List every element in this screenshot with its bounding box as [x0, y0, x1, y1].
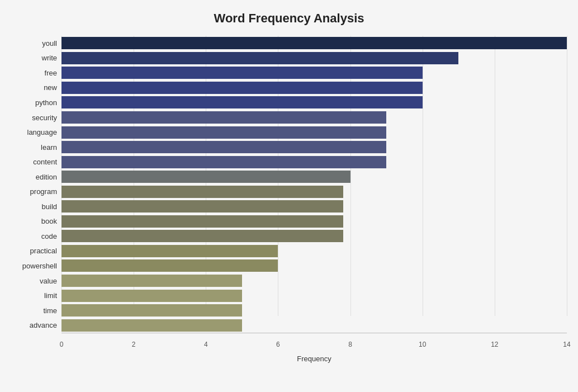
- y-label: time: [11, 303, 61, 318]
- bar-row: [61, 81, 567, 95]
- x-tick: 8: [348, 341, 352, 348]
- bar-row: [61, 229, 567, 243]
- bar-row: [61, 303, 567, 318]
- y-label: youll: [11, 36, 61, 51]
- y-label: book: [11, 214, 61, 229]
- bar-row: [61, 258, 567, 273]
- y-label: build: [11, 199, 61, 214]
- bar: [61, 126, 386, 139]
- y-labels: youllwritefreenewpythonsecuritylanguagel…: [11, 36, 61, 350]
- x-tick: 2: [132, 341, 136, 348]
- y-label: free: [11, 65, 61, 81]
- bar: [61, 259, 278, 272]
- y-label: advance: [11, 318, 61, 333]
- bar-row: [61, 65, 567, 80]
- bar: [61, 304, 242, 317]
- y-label: content: [11, 154, 61, 169]
- bar: [61, 52, 458, 64]
- bar-row: [61, 140, 567, 154]
- bar: [61, 156, 386, 168]
- bar-row: [61, 169, 567, 184]
- bar-row: [61, 185, 567, 199]
- y-label: value: [11, 273, 61, 289]
- bar-row: [61, 155, 567, 169]
- chart-container: Word Frequency Analysis youllwritefreene…: [0, 0, 578, 392]
- bar: [61, 290, 242, 302]
- x-axis: Frequency 02468101214: [61, 333, 567, 350]
- bar: [61, 245, 278, 257]
- bars-section: Frequency 02468101214: [61, 36, 567, 350]
- y-label: powershell: [11, 258, 61, 273]
- bar-row: [61, 318, 567, 333]
- bar-row: [61, 199, 567, 214]
- bar: [61, 230, 343, 242]
- bar-row: [61, 289, 567, 303]
- y-label: new: [11, 81, 61, 96]
- bar: [61, 215, 343, 228]
- x-tick: 4: [204, 341, 208, 348]
- y-label: write: [11, 51, 61, 66]
- bar: [61, 171, 350, 183]
- bar: [61, 82, 423, 94]
- bar: [61, 275, 242, 287]
- y-label: edition: [11, 169, 61, 185]
- bar-row: [61, 125, 567, 140]
- bar: [61, 37, 567, 49]
- bars-wrapper: [61, 36, 567, 333]
- bar: [61, 200, 343, 212]
- grid-line: [567, 36, 567, 316]
- x-tick: 0: [60, 341, 64, 348]
- y-label: python: [11, 95, 61, 110]
- chart-title: Word Frequency Analysis: [11, 11, 567, 26]
- y-label: security: [11, 110, 61, 125]
- bar: [61, 96, 423, 108]
- bar: [61, 319, 242, 332]
- y-label: language: [11, 125, 61, 140]
- x-tick: 12: [491, 341, 498, 348]
- y-label: practical: [11, 244, 61, 259]
- y-label: code: [11, 229, 61, 244]
- y-label: learn: [11, 140, 61, 155]
- bar-row: [61, 214, 567, 229]
- bar-row: [61, 244, 567, 258]
- bar: [61, 67, 423, 79]
- y-label: program: [11, 184, 61, 199]
- chart-area: youllwritefreenewpythonsecuritylanguagel…: [11, 36, 567, 350]
- bar-row: [61, 273, 567, 288]
- bar: [61, 186, 343, 198]
- bar-row: [61, 51, 567, 65]
- bar-row: [61, 110, 567, 125]
- bar: [61, 111, 386, 124]
- bar: [61, 141, 386, 153]
- x-tick: 10: [419, 341, 426, 348]
- bar-row: [61, 36, 567, 50]
- x-tick: 6: [276, 341, 280, 348]
- x-axis-label: Frequency: [297, 355, 331, 363]
- y-label: limit: [11, 288, 61, 303]
- x-tick: 14: [563, 341, 570, 348]
- bar-row: [61, 95, 567, 110]
